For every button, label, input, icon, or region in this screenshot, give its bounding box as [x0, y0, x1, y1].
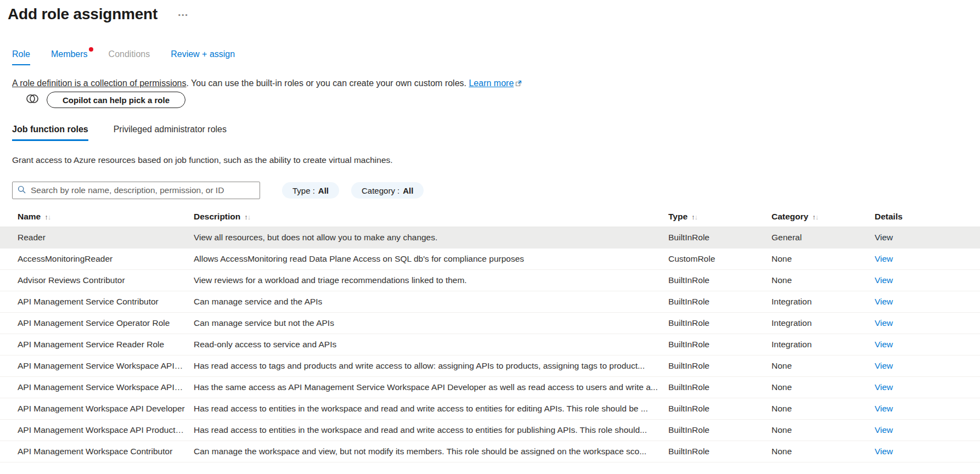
- role-description: Has read access to tags and products and…: [194, 355, 668, 376]
- role-category: None: [771, 419, 875, 441]
- column-header-description-label: Description: [194, 212, 240, 221]
- role-name: API Management Service Workspace API Dev…: [0, 355, 194, 376]
- copilot-help-button[interactable]: Copilot can help pick a role: [47, 92, 185, 108]
- type-filter-label: Type :: [292, 186, 315, 195]
- view-details-link[interactable]: View: [875, 447, 893, 456]
- sort-icon: ↑↓: [44, 213, 50, 221]
- role-description: Can manage the workspace and view, but n…: [194, 441, 668, 462]
- role-type: BuiltInRole: [668, 269, 771, 291]
- table-row[interactable]: API Management Service Workspace API Pro…: [0, 376, 980, 398]
- view-details-link[interactable]: View: [875, 318, 893, 328]
- view-details-link[interactable]: View: [875, 340, 893, 349]
- role-category: None: [771, 376, 875, 398]
- roles-table: Name↑↓ Description↑↓ Type↑↓ Category↑↓ D…: [0, 207, 980, 462]
- role-type: CustomRole: [668, 248, 771, 269]
- tab-role[interactable]: Role: [12, 49, 30, 65]
- tab-conditions-label: Conditions: [109, 49, 150, 59]
- column-header-type[interactable]: Type↑↓: [668, 207, 771, 227]
- role-category: None: [771, 248, 875, 269]
- table-row[interactable]: API Management Workspace API Developer H…: [0, 398, 980, 419]
- view-details-link[interactable]: View: [875, 382, 893, 392]
- column-header-description[interactable]: Description↑↓: [194, 207, 668, 227]
- type-filter-pill[interactable]: Type : All: [282, 182, 339, 199]
- role-name: API Management Service Workspace API Pro…: [0, 376, 194, 398]
- view-details-link[interactable]: View: [875, 254, 893, 263]
- role-name: API Management Service Operator Role: [0, 312, 194, 334]
- table-row[interactable]: API Management Service Contributor Can m…: [0, 291, 980, 312]
- column-header-name[interactable]: Name↑↓: [0, 207, 194, 227]
- role-name: API Management Service Contributor: [0, 291, 194, 312]
- job-function-description: Grant access to Azure resources based on…: [12, 155, 980, 165]
- search-input[interactable]: [30, 185, 255, 196]
- role-name: API Management Workspace Contributor: [0, 441, 194, 462]
- category-filter-label: Category :: [362, 186, 399, 195]
- role-description: View reviews for a workload and triage r…: [194, 269, 668, 291]
- view-details-link[interactable]: View: [875, 275, 893, 285]
- subtab-privileged-administrator-roles[interactable]: Privileged administrator roles: [114, 125, 227, 141]
- table-row[interactable]: API Management Workspace API Product Ma.…: [0, 419, 980, 441]
- role-type: BuiltInRole: [668, 419, 771, 441]
- type-filter-value: All: [318, 186, 329, 195]
- role-name: AccessMonitoringReader: [0, 248, 194, 269]
- role-name: API Management Workspace API Product Ma.…: [0, 419, 194, 441]
- tab-conditions[interactable]: Conditions: [109, 49, 150, 65]
- role-description: Has read access to entities in the works…: [194, 419, 668, 441]
- column-header-category[interactable]: Category↑↓: [771, 207, 875, 227]
- role-name: Advisor Reviews Contributor: [0, 269, 194, 291]
- wizard-tab-bar: Role Members Conditions Review + assign: [12, 49, 980, 65]
- role-type: BuiltInRole: [668, 376, 771, 398]
- role-category: None: [771, 355, 875, 376]
- subtab-job-function-roles[interactable]: Job function roles: [12, 125, 88, 141]
- category-filter-value: All: [403, 186, 413, 195]
- role-description: Can manage service but not the APIs: [194, 312, 668, 334]
- sort-icon: ↑↓: [691, 213, 697, 221]
- role-name: API Management Service Reader Role: [0, 334, 194, 355]
- role-type: BuiltInRole: [668, 291, 771, 312]
- role-description: View all resources, but does not allow y…: [194, 227, 668, 248]
- role-description: Can manage service and the APIs: [194, 291, 668, 312]
- category-filter-pill[interactable]: Category : All: [351, 182, 424, 199]
- role-type: BuiltInRole: [668, 355, 771, 376]
- table-row[interactable]: Advisor Reviews Contributor View reviews…: [0, 269, 980, 291]
- role-category: General: [771, 227, 875, 248]
- copilot-row: Copilot can help pick a role: [12, 92, 980, 108]
- role-name: API Management Workspace API Developer: [0, 398, 194, 419]
- view-details-link[interactable]: View: [875, 425, 893, 435]
- table-row[interactable]: API Management Service Reader Role Read-…: [0, 334, 980, 355]
- table-header-row: Name↑↓ Description↑↓ Type↑↓ Category↑↓ D…: [0, 207, 980, 227]
- table-row[interactable]: Reader View all resources, but does not …: [0, 227, 980, 248]
- view-details-link[interactable]: View: [875, 233, 893, 242]
- role-description: Has the same access as API Management Se…: [194, 376, 668, 398]
- filter-row: Type : All Category : All: [12, 182, 980, 199]
- tab-review-assign[interactable]: Review + assign: [171, 49, 235, 65]
- page-title: Add role assignment: [8, 5, 157, 23]
- role-type: BuiltInRole: [668, 441, 771, 462]
- tab-members[interactable]: Members: [51, 49, 88, 65]
- view-details-link[interactable]: View: [875, 361, 893, 370]
- role-category-tab-bar: Job function roles Privileged administra…: [12, 125, 980, 141]
- page-header: Add role assignment …: [0, 0, 980, 23]
- role-type: BuiltInRole: [668, 334, 771, 355]
- role-intro-rest: . You can use the built-in roles or you …: [187, 78, 469, 88]
- role-intro-text: A role definition is a collection of per…: [12, 78, 980, 89]
- view-details-link[interactable]: View: [875, 404, 893, 413]
- column-header-details: Details: [875, 207, 980, 227]
- search-icon: [18, 185, 26, 196]
- learn-more-link[interactable]: Learn more: [469, 78, 514, 88]
- table-row[interactable]: AccessMonitoringReader Allows AccessMoni…: [0, 248, 980, 269]
- external-link-icon: [515, 79, 522, 89]
- role-category: Integration: [771, 312, 875, 334]
- role-type: BuiltInRole: [668, 227, 771, 248]
- table-row[interactable]: API Management Service Workspace API Dev…: [0, 355, 980, 376]
- role-category: None: [771, 441, 875, 462]
- role-category: Integration: [771, 291, 875, 312]
- role-category: None: [771, 398, 875, 419]
- role-description: Read-only access to service and APIs: [194, 334, 668, 355]
- role-type: BuiltInRole: [668, 312, 771, 334]
- view-details-link[interactable]: View: [875, 297, 893, 306]
- table-row[interactable]: API Management Service Operator Role Can…: [0, 312, 980, 334]
- copilot-icon: [25, 92, 40, 108]
- table-row[interactable]: API Management Workspace Contributor Can…: [0, 441, 980, 462]
- more-options-button[interactable]: …: [177, 7, 189, 18]
- role-type: BuiltInRole: [668, 398, 771, 419]
